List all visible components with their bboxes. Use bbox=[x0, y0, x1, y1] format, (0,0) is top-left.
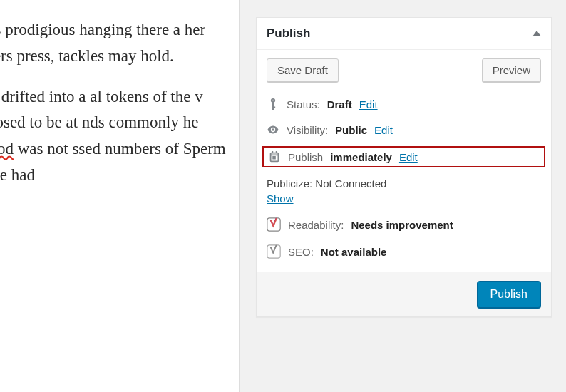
key-icon bbox=[267, 98, 279, 110]
editor-paragraph[interactable]: hale's prodigious hanging there a her ma… bbox=[0, 17, 239, 70]
preview-button[interactable]: Preview bbox=[482, 58, 541, 82]
editor-area[interactable]: hale's prodigious hanging there a her ma… bbox=[0, 0, 240, 392]
readability-row: Readability: Needs improvement bbox=[267, 215, 541, 234]
save-draft-button[interactable]: Save Draft bbox=[267, 58, 339, 82]
readability-label: Readability: bbox=[288, 219, 344, 231]
schedule-edit-link[interactable]: Edit bbox=[399, 151, 418, 163]
publish-panel-body: Save Draft Preview Status: Draft Edit Vi… bbox=[257, 50, 551, 272]
publish-panel-header[interactable]: Publish bbox=[257, 18, 551, 50]
spell-error[interactable]: Pequod bbox=[0, 140, 14, 158]
seo-row: SEO: Not available bbox=[267, 242, 541, 262]
status-row: Status: Draft Edit bbox=[267, 95, 541, 113]
sidebar: Publish Save Draft Preview Status: Draft… bbox=[240, 0, 566, 392]
schedule-label: Publish bbox=[288, 151, 323, 163]
collapse-icon[interactable] bbox=[532, 31, 541, 36]
eye-icon bbox=[267, 123, 279, 136]
visibility-row: Visibility: Public Edit bbox=[267, 120, 541, 139]
seo-value: Not available bbox=[321, 246, 387, 258]
publish-button[interactable]: Publish bbox=[477, 281, 541, 308]
status-label: Status: bbox=[287, 98, 320, 110]
calendar-icon bbox=[268, 150, 281, 163]
readability-value: Needs improvement bbox=[351, 219, 453, 231]
status-value: Draft bbox=[327, 98, 352, 110]
publicize-label: Publicize: Not Connected bbox=[267, 177, 541, 190]
editor-paragraph[interactable]: ually drifted into a al tokens of the v … bbox=[0, 84, 239, 189]
publish-panel: Publish Save Draft Preview Status: Draft… bbox=[256, 17, 552, 317]
status-edit-link[interactable]: Edit bbox=[359, 98, 378, 110]
visibility-label: Visibility: bbox=[287, 124, 328, 136]
editor-content[interactable]: hale's prodigious hanging there a her ma… bbox=[0, 17, 239, 189]
publish-panel-footer: Publish bbox=[257, 272, 551, 316]
visibility-edit-link[interactable]: Edit bbox=[374, 124, 393, 136]
publicize-show-link[interactable]: Show bbox=[267, 192, 294, 205]
yoast-readability-icon bbox=[267, 217, 281, 232]
schedule-row: Publish immediately Edit bbox=[262, 146, 545, 167]
visibility-value: Public bbox=[335, 124, 367, 136]
panel-title: Publish bbox=[267, 26, 310, 41]
schedule-value: immediately bbox=[330, 151, 392, 163]
seo-label: SEO: bbox=[288, 246, 314, 258]
yoast-seo-icon bbox=[267, 244, 281, 259]
